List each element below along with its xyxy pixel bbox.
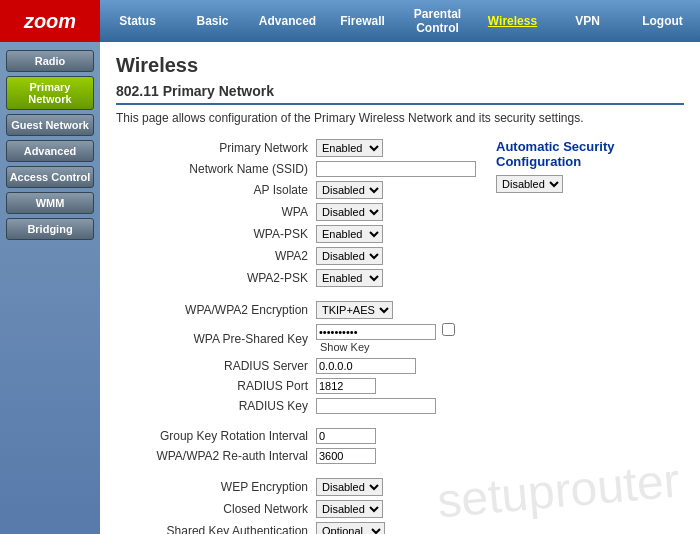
form-row: RADIUS Port <box>116 378 476 394</box>
nav-item-firewall[interactable]: Firewall <box>325 10 400 32</box>
form-row: WPA2-PSKEnabledDisabled <box>116 269 476 287</box>
sidebar-btn-access-control[interactable]: Access Control <box>6 166 94 188</box>
form-control <box>316 398 436 414</box>
form-row: AP IsolateEnabledDisabled <box>116 181 476 199</box>
form-label: RADIUS Server <box>116 359 316 373</box>
form-label: RADIUS Key <box>116 399 316 413</box>
form-label: WPA <box>116 205 316 219</box>
form-label: WPA-PSK <box>116 227 316 241</box>
form-row: RADIUS Key <box>116 398 476 414</box>
form-row: WPA-PSKEnabledDisabled <box>116 225 476 243</box>
form-control: EnabledDisabled <box>316 500 383 518</box>
form-row: WPA2EnabledDisabled <box>116 247 476 265</box>
form-label: Closed Network <box>116 502 316 516</box>
form-control: EnabledDisabled <box>316 139 383 157</box>
page-layout: RadioPrimary NetworkGuest NetworkAdvance… <box>0 42 700 534</box>
nav-item-basic[interactable]: Basic <box>175 10 250 32</box>
form-control <box>316 358 416 374</box>
sidebar-btn-guest-network[interactable]: Guest Network <box>6 114 94 136</box>
form-row: Closed NetworkEnabledDisabled <box>116 500 476 518</box>
form-area: Primary NetworkEnabledDisabledNetwork Na… <box>116 139 684 534</box>
form-row: Network Name (SSID) <box>116 161 476 177</box>
form-label: WPA2-PSK <box>116 271 316 285</box>
form-left: Primary NetworkEnabledDisabledNetwork Na… <box>116 139 476 534</box>
form-control: EnabledDisabled <box>316 203 383 221</box>
section-title: 802.11 Primary Network <box>116 83 684 105</box>
sidebar-btn-wmm[interactable]: WMM <box>6 192 94 214</box>
nav-item-parental-control[interactable]: Parental Control <box>400 3 475 39</box>
nav-item-logout[interactable]: Logout <box>625 10 700 32</box>
logo: zoom <box>0 0 100 42</box>
auto-security-select[interactable]: DisabledEnabled <box>496 175 563 193</box>
form-label: WPA/WPA2 Encryption <box>116 303 316 317</box>
form-row: WPA/WPA2 EncryptionTKIP+AESTKIPAES <box>116 301 476 319</box>
form-control: EnabledDisabled <box>316 478 383 496</box>
nav-item-advanced[interactable]: Advanced <box>250 10 325 32</box>
form-label: Network Name (SSID) <box>116 162 316 176</box>
nav-item-status[interactable]: Status <box>100 10 175 32</box>
form-control: EnabledDisabled <box>316 181 383 199</box>
sidebar: RadioPrimary NetworkGuest NetworkAdvance… <box>0 42 100 534</box>
show-key-checkbox[interactable] <box>442 323 455 336</box>
form-label: Primary Network <box>116 141 316 155</box>
nav-item-vpn[interactable]: VPN <box>550 10 625 32</box>
form-control: Show Key <box>316 323 476 354</box>
form-row: WPA/WPA2 Re-auth Interval <box>116 448 476 464</box>
form-label: RADIUS Port <box>116 379 316 393</box>
main-content: setuprouter Wireless 802.11 Primary Netw… <box>100 42 700 534</box>
form-row: WEP EncryptionEnabledDisabled <box>116 478 476 496</box>
form-row: WPAEnabledDisabled <box>116 203 476 221</box>
form-control <box>316 448 376 464</box>
form-control: EnabledDisabled <box>316 225 383 243</box>
form-right: Automatic Security Configuration Disable… <box>496 139 684 534</box>
form-label: WEP Encryption <box>116 480 316 494</box>
form-row: Primary NetworkEnabledDisabled <box>116 139 476 157</box>
form-control: OptionalRequired <box>316 522 385 534</box>
sidebar-btn-advanced[interactable]: Advanced <box>6 140 94 162</box>
form-control <box>316 428 376 444</box>
form-row: RADIUS Server <box>116 358 476 374</box>
form-label: Shared Key Authentication <box>116 524 316 534</box>
sidebar-btn-bridging[interactable]: Bridging <box>6 218 94 240</box>
form-row: WPA Pre-Shared KeyShow Key <box>116 323 476 354</box>
nav-links: StatusBasicAdvancedFirewallParental Cont… <box>100 0 700 42</box>
page-description: This page allows configuration of the Pr… <box>116 111 684 125</box>
top-navigation: zoom StatusBasicAdvancedFirewallParental… <box>0 0 700 42</box>
main-rows: Primary NetworkEnabledDisabledNetwork Na… <box>116 139 476 287</box>
form-control <box>316 378 376 394</box>
form-control: EnabledDisabled <box>316 269 383 287</box>
form-control: EnabledDisabled <box>316 247 383 265</box>
form-control: TKIP+AESTKIPAES <box>316 301 393 319</box>
encryption-rows: WPA/WPA2 EncryptionTKIP+AESTKIPAESWPA Pr… <box>116 301 476 414</box>
page-title: Wireless <box>116 54 684 77</box>
wep-rows: WEP EncryptionEnabledDisabledClosed Netw… <box>116 478 476 534</box>
logo-text: zoom <box>24 10 76 33</box>
form-control <box>316 161 476 177</box>
nav-item-wireless[interactable]: Wireless <box>475 10 550 32</box>
form-row: Shared Key AuthenticationOptionalRequire… <box>116 522 476 534</box>
form-label: WPA Pre-Shared Key <box>116 332 316 346</box>
form-label: WPA2 <box>116 249 316 263</box>
auto-security-title: Automatic Security Configuration <box>496 139 684 169</box>
form-row: Group Key Rotation Interval <box>116 428 476 444</box>
interval-rows: Group Key Rotation IntervalWPA/WPA2 Re-a… <box>116 428 476 464</box>
sidebar-btn-radio[interactable]: Radio <box>6 50 94 72</box>
show-key-label: Show Key <box>320 341 370 353</box>
form-label: Group Key Rotation Interval <box>116 429 316 443</box>
form-label: AP Isolate <box>116 183 316 197</box>
auto-security-select-container: DisabledEnabled <box>496 175 684 193</box>
sidebar-btn-primary-network[interactable]: Primary Network <box>6 76 94 110</box>
form-label: WPA/WPA2 Re-auth Interval <box>116 449 316 463</box>
